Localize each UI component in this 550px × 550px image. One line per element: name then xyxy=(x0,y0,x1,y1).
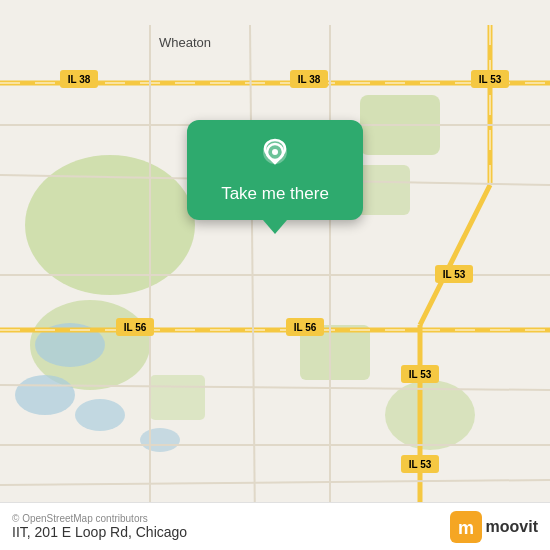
svg-point-48 xyxy=(272,149,278,155)
svg-text:IL 56: IL 56 xyxy=(294,322,317,333)
svg-point-6 xyxy=(385,380,475,450)
svg-point-10 xyxy=(75,399,125,431)
popup: Take me there xyxy=(187,120,363,234)
moovit-logo-text: moovit xyxy=(486,518,538,536)
svg-point-9 xyxy=(15,375,75,415)
svg-text:IL 38: IL 38 xyxy=(298,74,321,85)
address-text: IIT, 201 E Loop Rd, Chicago xyxy=(12,524,187,540)
svg-text:IL 56: IL 56 xyxy=(124,322,147,333)
svg-text:IL 53: IL 53 xyxy=(479,74,502,85)
moovit-brand-icon: m xyxy=(450,511,482,543)
map-container: IL 38 IL 38 IL 56 IL 56 IL 53 IL 53 IL 5… xyxy=(0,0,550,550)
svg-text:m: m xyxy=(458,518,474,538)
svg-point-11 xyxy=(140,428,180,452)
take-me-there-button[interactable]: Take me there xyxy=(221,184,329,204)
svg-rect-7 xyxy=(150,375,205,420)
copyright-text: © OpenStreetMap contributors xyxy=(12,513,187,524)
svg-text:IL 53: IL 53 xyxy=(409,369,432,380)
info-left: © OpenStreetMap contributors IIT, 201 E … xyxy=(12,513,187,540)
svg-text:IL 53: IL 53 xyxy=(443,269,466,280)
location-pin-icon xyxy=(255,136,295,176)
moovit-logo: m moovit xyxy=(450,511,538,543)
popup-tail xyxy=(263,220,287,234)
svg-text:IL 38: IL 38 xyxy=(68,74,91,85)
svg-text:Wheaton: Wheaton xyxy=(159,35,211,50)
svg-text:IL 53: IL 53 xyxy=(409,459,432,470)
map-svg: IL 38 IL 38 IL 56 IL 56 IL 53 IL 53 IL 5… xyxy=(0,0,550,550)
info-bar: © OpenStreetMap contributors IIT, 201 E … xyxy=(0,502,550,550)
popup-bubble[interactable]: Take me there xyxy=(187,120,363,220)
